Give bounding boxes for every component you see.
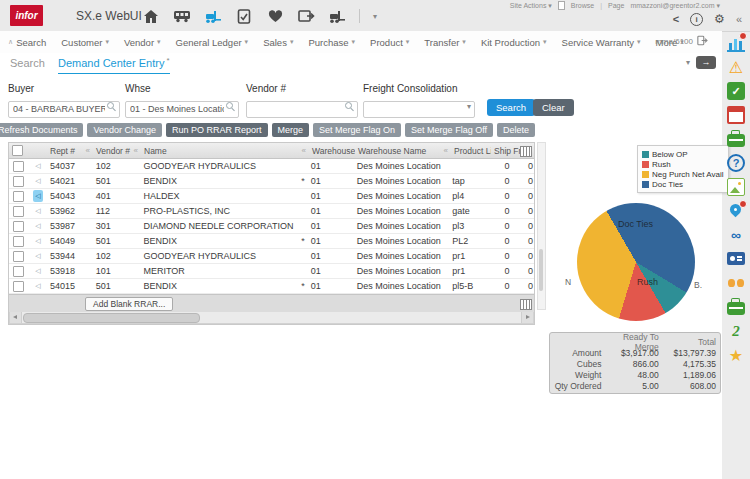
- logout-icon[interactable]: [697, 35, 708, 48]
- menu-item-sales[interactable]: Sales▾: [263, 37, 293, 48]
- table-row[interactable]: ◁54037102GOODYEAR HYDRAULICS01Des Moines…: [9, 159, 534, 174]
- search-lookup-icon[interactable]: [345, 102, 354, 111]
- row-checkbox[interactable]: [13, 266, 24, 277]
- drilldown-icon[interactable]: ◁: [33, 250, 42, 262]
- menu-item-search[interactable]: ∧Search: [8, 37, 46, 48]
- menu-item-kit-production[interactable]: Kit Production▾: [481, 37, 547, 48]
- drilldown-icon[interactable]: ◁: [33, 235, 42, 247]
- help-icon[interactable]: ?: [727, 154, 745, 172]
- table-row[interactable]: ◁53962112PRO-PLASTICS, INC01Des Moines L…: [9, 204, 534, 219]
- column-header-warehouse[interactable]: Warehouse«: [309, 143, 355, 158]
- refresh-documents-button[interactable]: Refresh Documents: [0, 123, 83, 137]
- heart-icon[interactable]: [266, 8, 284, 24]
- calendar-icon[interactable]: [727, 106, 745, 124]
- row-checkbox[interactable]: [13, 236, 24, 247]
- infor-logo[interactable]: infor: [10, 5, 43, 26]
- forklift-alt-icon[interactable]: [328, 8, 346, 24]
- share-icon[interactable]: <: [673, 13, 679, 25]
- row-checkbox[interactable]: [13, 251, 24, 262]
- freight-select[interactable]: [363, 101, 475, 118]
- drilldown-icon[interactable]: ◁: [33, 190, 42, 202]
- table-row[interactable]: ◁54049501BENDIX*01Des Moines LocationPL2…: [9, 234, 534, 249]
- row-checkbox[interactable]: [13, 281, 24, 292]
- drilldown-icon[interactable]: ◁: [33, 160, 42, 172]
- row-checkbox[interactable]: [13, 161, 24, 172]
- grid-settings-icon[interactable]: [520, 146, 532, 157]
- buyer-input[interactable]: [8, 101, 120, 118]
- table-row[interactable]: ◁54043401HALDEX01Des Moines Locationpl40…: [9, 189, 534, 204]
- horizontal-scrollbar[interactable]: [9, 312, 534, 324]
- drilldown-icon[interactable]: ◁: [33, 265, 42, 277]
- table-row[interactable]: ◁54021501BENDIX*01Des Moines Locationtap…: [9, 174, 534, 189]
- scroll-left-arrow[interactable]: [10, 312, 22, 323]
- drilldown-icon[interactable]: ◁: [33, 220, 42, 232]
- set-merge-flag-off-button[interactable]: Set Merge Flag Off: [405, 123, 493, 137]
- table-row[interactable]: ◁53987301DIAMOND NEEDLE CORPORATION01Des…: [9, 219, 534, 234]
- favorites-star-icon[interactable]: ★: [727, 346, 745, 364]
- table-row[interactable]: ◁53944102GOODYEAR HYDRAULICS01Des Moines…: [9, 249, 534, 264]
- delete-button[interactable]: Delete: [497, 123, 535, 137]
- grid-settings-icon[interactable]: [520, 299, 532, 310]
- column-header-product-line[interactable]: Product Line«: [451, 143, 491, 158]
- user-account-menu[interactable]: mmazzoni@greentor2.com ▾: [630, 2, 720, 10]
- tab-demand-center-entry[interactable]: Demand Center Entry*: [58, 53, 170, 76]
- search-lookup-icon[interactable]: [107, 102, 116, 111]
- tasks-clipboard-icon[interactable]: ✓: [727, 82, 745, 100]
- vendor-change-button[interactable]: Vendor Change: [87, 123, 162, 137]
- column-header-warehouse-name[interactable]: Warehouse Name«: [355, 143, 451, 158]
- links-icon[interactable]: ∞: [727, 226, 745, 244]
- run-po-rrar-report-button[interactable]: Run PO RRAR Report: [166, 123, 268, 137]
- search-lookup-icon[interactable]: [226, 102, 235, 111]
- scrollbar-thumb[interactable]: [23, 313, 200, 323]
- briefcase-icon[interactable]: [727, 130, 745, 148]
- whse-input[interactable]: [125, 101, 239, 118]
- screenshot-image-icon[interactable]: [727, 178, 745, 196]
- vertical-scrollbar[interactable]: [537, 142, 546, 310]
- table-row[interactable]: ◁53918101MERITOR01Des Moines Locationpr1…: [9, 264, 534, 279]
- merge-button[interactable]: Merge: [272, 123, 310, 137]
- clear-button[interactable]: Clear: [533, 99, 574, 116]
- page-link[interactable]: Page: [608, 2, 624, 9]
- table-row[interactable]: ◁54015501BENDIX*01Des Moines Locationpl5…: [9, 279, 534, 294]
- info-icon[interactable]: i: [690, 13, 703, 26]
- scroll-right-arrow[interactable]: [521, 312, 533, 323]
- alerts-warning-icon[interactable]: ⚠: [727, 58, 745, 76]
- contact-card-icon[interactable]: [727, 250, 745, 268]
- drilldown-icon[interactable]: ◁: [33, 280, 42, 292]
- go-arrow-button[interactable]: →: [696, 56, 716, 69]
- binoculars-search-icon[interactable]: [727, 274, 745, 292]
- metrics-chart-icon[interactable]: [727, 34, 745, 52]
- menu-item-purchase[interactable]: Purchase▾: [308, 37, 355, 48]
- row-checkbox[interactable]: [13, 206, 24, 217]
- menu-item-vendor[interactable]: Vendor▾: [124, 37, 161, 48]
- briefcase-alt-icon[interactable]: [727, 298, 745, 316]
- tab-options-caret[interactable]: ▾: [686, 58, 690, 67]
- scrollbar-thumb[interactable]: [539, 249, 543, 291]
- column-header-vendor[interactable]: Vendor #«: [93, 143, 141, 158]
- browse-link[interactable]: Browse: [571, 2, 594, 9]
- row-checkbox[interactable]: [13, 176, 24, 187]
- row-checkbox[interactable]: [13, 191, 24, 202]
- row-checkbox[interactable]: [13, 221, 24, 232]
- select-all-checkbox[interactable]: [12, 145, 23, 156]
- set-merge-flag-on-button[interactable]: Set Merge Flag On: [313, 123, 401, 137]
- menu-item-customer[interactable]: Customer▾: [61, 37, 109, 48]
- export-image-icon[interactable]: [297, 8, 315, 24]
- column-header-rept[interactable]: Rept #«: [47, 143, 93, 158]
- document-check-icon[interactable]: [235, 8, 253, 24]
- menu-item-transfer[interactable]: Transfer▾: [424, 37, 466, 48]
- menu-item-product[interactable]: Product▾: [370, 37, 409, 48]
- fleet-truck-icon[interactable]: [173, 8, 191, 24]
- add-blank-rrar-button[interactable]: Add Blank RRAR...: [85, 297, 173, 311]
- search-button[interactable]: Search: [487, 99, 535, 116]
- home-icon[interactable]: [142, 8, 160, 24]
- vendor-input[interactable]: [246, 101, 358, 118]
- map-pin-icon[interactable]: [727, 202, 745, 220]
- drilldown-icon[interactable]: ◁: [33, 205, 42, 217]
- chevron-down-icon[interactable]: ▾: [373, 12, 377, 21]
- collapse-icon[interactable]: «: [736, 13, 742, 25]
- menu-item-service-warranty[interactable]: Service Warranty▾: [562, 37, 641, 48]
- column-header-name[interactable]: Name«: [141, 143, 309, 158]
- quick-note-2-icon[interactable]: 2: [727, 322, 745, 340]
- menu-item-general-ledger[interactable]: General Ledger▾: [176, 37, 249, 48]
